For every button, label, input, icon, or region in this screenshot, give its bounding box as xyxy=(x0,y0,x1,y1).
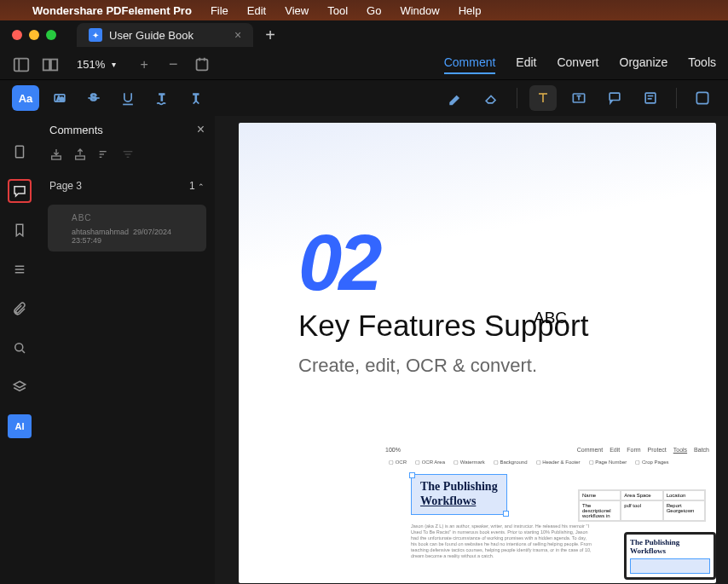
bookmarks-icon[interactable] xyxy=(8,218,32,242)
caret-tool[interactable]: T xyxy=(182,85,210,111)
menu-help[interactable]: Help xyxy=(459,4,482,17)
svg-rect-0 xyxy=(14,58,29,71)
window-chrome: ✦ User Guide Book × + xyxy=(0,20,728,49)
svg-text:Aa: Aa xyxy=(57,95,64,101)
pdf-icon: ✦ xyxy=(89,28,102,42)
comment-card[interactable]: ABC ahtashamahmad 29/07/2024 23:57:49 xyxy=(48,205,206,252)
page-label: Page 3 xyxy=(49,180,82,192)
export-comments-icon[interactable] xyxy=(73,147,87,165)
embedded-bodytext: Jason (aka Z L) is an author, speaker, w… xyxy=(380,523,593,560)
comment-text: ABC xyxy=(72,213,198,223)
close-panel-icon[interactable]: × xyxy=(197,122,205,137)
highlight-tool[interactable]: Aa xyxy=(12,85,39,111)
menu-window[interactable]: Window xyxy=(400,4,439,17)
svg-text:T: T xyxy=(159,93,165,102)
outline-icon[interactable] xyxy=(8,257,32,281)
thumbnails-icon[interactable] xyxy=(8,140,32,164)
app-name[interactable]: Wondershare PDFelement Pro xyxy=(32,4,192,17)
view-toolbar: 151%▾ + − Comment Edit Convert Organize … xyxy=(0,49,728,80)
menu-edit[interactable]: Edit xyxy=(247,4,266,17)
embedded-callout: The Publishing Workflows xyxy=(411,474,507,515)
document-canvas[interactable]: 02 ABC Key Features Support Create, edit… xyxy=(215,116,728,584)
area-highlight-tool[interactable]: Aa xyxy=(46,85,73,111)
note-tool[interactable] xyxy=(637,85,664,111)
squiggly-tool[interactable]: T xyxy=(148,85,176,111)
mode-convert[interactable]: Convert xyxy=(557,55,598,74)
eraser-tool[interactable] xyxy=(477,85,505,111)
document-tab[interactable]: ✦ User Guide Book × xyxy=(77,23,253,47)
divider xyxy=(517,88,517,108)
comments-title: Comments xyxy=(49,124,103,136)
mode-comment[interactable]: Comment xyxy=(444,55,496,74)
svg-point-28 xyxy=(15,344,23,351)
mode-edit[interactable]: Edit xyxy=(516,55,536,74)
embedded-screenshot: 100% Comment Edit Form Protect Tools Bat… xyxy=(380,443,714,580)
attachments-icon[interactable] xyxy=(8,297,32,321)
svg-line-29 xyxy=(22,350,25,353)
comments-panel: Comments × Page 3 1 ⌃ ABC ahtashamahmad … xyxy=(39,116,215,584)
svg-rect-23 xyxy=(696,92,708,103)
textbox-tool[interactable] xyxy=(565,85,592,111)
minimize-window-button[interactable] xyxy=(29,30,39,40)
divider xyxy=(676,88,677,108)
sort-comments-icon[interactable] xyxy=(97,147,111,165)
comments-page-group[interactable]: Page 3 1 ⌃ xyxy=(39,174,215,198)
svg-text:S: S xyxy=(90,91,97,102)
svg-rect-19 xyxy=(610,93,620,100)
svg-rect-31 xyxy=(76,156,85,159)
comment-author: ahtashamahmad xyxy=(72,228,129,236)
mode-tools[interactable]: Tools xyxy=(688,55,716,74)
zoom-control[interactable]: 151%▾ xyxy=(77,58,116,71)
text-annotation[interactable]: ABC xyxy=(534,309,567,327)
sidebar-toggle-icon[interactable] xyxy=(12,57,31,72)
zoom-in-icon[interactable]: + xyxy=(135,57,153,72)
new-tab-button[interactable]: + xyxy=(265,26,275,45)
close-tab-icon[interactable]: × xyxy=(234,28,241,42)
menu-go[interactable]: Go xyxy=(367,4,381,17)
zoom-out-icon[interactable]: − xyxy=(164,57,182,72)
menu-view[interactable]: View xyxy=(285,4,309,17)
pdf-page: 02 ABC Key Features Support Create, edit… xyxy=(239,123,716,583)
callout-tool[interactable] xyxy=(601,85,628,111)
svg-rect-3 xyxy=(51,59,57,70)
fit-page-icon[interactable] xyxy=(193,57,211,72)
search-icon[interactable] xyxy=(8,336,32,360)
svg-rect-2 xyxy=(43,59,49,70)
left-sidebar: AI xyxy=(0,116,39,584)
page-number-large: 02 xyxy=(298,223,665,302)
mode-organize[interactable]: Organize xyxy=(620,55,668,74)
page-heading: Key Features Support xyxy=(298,309,665,343)
svg-rect-30 xyxy=(52,156,61,159)
svg-rect-24 xyxy=(16,146,24,158)
embedded-table: NameArea SpaceLocation The descriptionel… xyxy=(578,489,706,522)
macos-menubar: Wondershare PDFelement Pro File Edit Vie… xyxy=(0,0,728,20)
close-window-button[interactable] xyxy=(12,30,22,40)
layers-icon[interactable] xyxy=(8,375,32,399)
strikethrough-tool[interactable]: S xyxy=(80,85,107,111)
tab-title: User Guide Book xyxy=(109,29,194,42)
text-tool[interactable] xyxy=(529,85,557,111)
underline-tool[interactable] xyxy=(114,85,142,111)
ai-button[interactable]: AI xyxy=(8,414,32,438)
dual-page-icon[interactable] xyxy=(41,57,60,72)
menu-file[interactable]: File xyxy=(211,4,228,17)
menu-tool[interactable]: Tool xyxy=(327,4,348,17)
svg-rect-4 xyxy=(197,59,208,70)
filter-comments-icon[interactable] xyxy=(121,147,135,165)
traffic-lights xyxy=(12,30,56,40)
marker-tool[interactable] xyxy=(442,85,469,111)
comment-toolstrip: Aa Aa S T T xyxy=(0,80,728,116)
page-subheading: Create, edit, OCR & convert. xyxy=(298,355,665,377)
import-comments-icon[interactable] xyxy=(49,147,63,165)
maximize-window-button[interactable] xyxy=(46,30,56,40)
comments-nav-icon[interactable] xyxy=(8,179,32,203)
device-preview: The Publishing Workflows xyxy=(624,532,716,580)
more-tools-icon[interactable] xyxy=(689,85,716,111)
